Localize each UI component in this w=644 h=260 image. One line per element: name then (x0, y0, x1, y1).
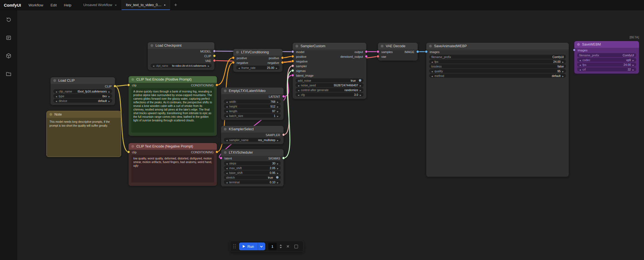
menu-help[interactable]: Help (60, 0, 75, 10)
tab-unsaved-workflow[interactable]: Unsaved Workflow × (79, 0, 122, 10)
collapse-dot-icon[interactable] (49, 113, 52, 116)
number-right-arrow-icon[interactable] (277, 181, 279, 184)
number-right-arrow-icon[interactable] (562, 69, 564, 73)
queue-icon[interactable] (5, 34, 12, 41)
node-titlebar[interactable]: Note (47, 111, 121, 118)
negative-prompt-textarea[interactable]: low quality, worst quality, deformed, di… (131, 155, 214, 182)
number-left-arrow-icon[interactable] (226, 171, 227, 174)
collapse-dot-icon[interactable] (53, 79, 56, 82)
tab-ltxv-text-to-video[interactable]: ltxv_text_to_video_0.... ● (122, 0, 170, 10)
node-empty-ltxv-latent-video[interactable]: EmptyLTXVLatentVideo LATENT width 768 he… (221, 88, 284, 120)
widget-add-noise-toggle[interactable]: add_noise true (295, 78, 364, 82)
port-images-input[interactable] (573, 49, 576, 51)
stop-icon[interactable] (294, 245, 298, 248)
widget-method[interactable]: method default (429, 74, 566, 78)
collapse-dot-icon[interactable] (295, 45, 298, 48)
widget-cfg[interactable]: cfg 3.0 (295, 92, 364, 97)
combo-right-arrow-icon[interactable] (277, 138, 279, 142)
node-titlebar[interactable]: SamplerCustom (293, 43, 366, 49)
widget-filename-prefix[interactable]: filename_prefix ComfyUI (429, 55, 566, 59)
collapse-dot-icon[interactable] (131, 145, 134, 148)
widget-base-shift[interactable]: base_shift 0.95 (224, 171, 281, 175)
widget-height[interactable]: height 512 (224, 104, 281, 108)
node-titlebar[interactable]: LTXVConditioning (233, 49, 282, 56)
note-text[interactable]: This model needs long descriptive prompt… (47, 118, 121, 130)
node-save-webm[interactable]: SaveWEBM images filename_prefix ComfyUI … (574, 41, 639, 74)
widget-width[interactable]: width 768 (224, 99, 281, 104)
number-left-arrow-icon[interactable] (226, 181, 227, 184)
combo-left-arrow-icon[interactable] (298, 88, 299, 92)
node-titlebar[interactable]: VAE Decode (378, 43, 418, 49)
widget-codec[interactable]: codec vp9 (577, 58, 636, 62)
node-titlebar[interactable]: CLIP Text Encode (Negative Prompt) (129, 143, 217, 150)
combo-right-arrow-icon[interactable] (109, 90, 110, 93)
collapse-dot-icon[interactable] (151, 44, 153, 47)
number-right-arrow-icon[interactable] (277, 100, 279, 103)
widget-batch-size[interactable]: batch_size 1 (224, 114, 281, 118)
node-note[interactable]: Note This model needs long descriptive p… (46, 111, 121, 157)
port-model-output[interactable] (213, 50, 216, 52)
collapse-dot-icon[interactable] (224, 89, 227, 92)
number-right-arrow-icon[interactable] (562, 60, 564, 63)
collapse-dot-icon[interactable] (577, 43, 580, 46)
port-positive-input[interactable] (232, 56, 235, 59)
collapse-dot-icon[interactable] (429, 45, 432, 48)
port-clip-input[interactable] (127, 84, 130, 86)
combo-left-arrow-icon[interactable] (431, 74, 433, 78)
number-right-arrow-icon[interactable] (360, 84, 361, 87)
node-clip-text-encode-positive[interactable]: CLIP Text Encode (Positive Prompt) clip … (129, 76, 217, 136)
port-positive-output[interactable] (281, 56, 284, 59)
widget-max-shift[interactable]: max_shift 2.05 (224, 166, 281, 170)
workflows-folder-icon[interactable] (5, 71, 12, 77)
widget-ckpt-name[interactable]: ckpt_name ltx-video-2b-v0.9.5.safetensor… (151, 64, 212, 68)
combo-right-arrow-icon[interactable] (562, 74, 564, 78)
widget-sampler-name[interactable]: sampler_name res_multistep (224, 138, 281, 142)
port-sampler-output[interactable] (282, 133, 285, 136)
widget-crf[interactable]: crf 32 (577, 67, 636, 71)
new-tab-button[interactable]: + (170, 0, 181, 10)
node-load-clip[interactable]: Load CLIP CLIP clip_name t5xxl_fp16.safe… (51, 77, 115, 105)
port-clip-output[interactable] (114, 85, 116, 88)
port-sampler-input[interactable] (291, 64, 294, 67)
node-titlebar[interactable]: SaveAnimatedWEBP (426, 43, 569, 49)
port-clip-output[interactable] (213, 54, 216, 57)
number-left-arrow-icon[interactable] (226, 162, 227, 165)
number-left-arrow-icon[interactable] (431, 69, 433, 73)
node-load-checkpoint[interactable]: Load Checkpoint MODEL CLIP VAE ckpt_name… (148, 42, 214, 70)
port-model-input[interactable] (291, 50, 294, 53)
number-right-arrow-icon[interactable] (277, 109, 279, 113)
collapse-dot-icon[interactable] (131, 78, 134, 81)
number-left-arrow-icon[interactable] (226, 166, 227, 170)
port-denoised-output[interactable] (365, 55, 368, 58)
collapse-dot-icon[interactable] (236, 51, 239, 54)
clear-queue-icon[interactable] (286, 244, 290, 249)
number-left-arrow-icon[interactable] (579, 68, 581, 71)
node-titlebar[interactable]: KSamplerSelect (221, 126, 284, 132)
widget-length[interactable]: length 97 (224, 109, 281, 113)
model-library-icon[interactable] (5, 52, 12, 59)
widget-type[interactable]: type ltxv (53, 94, 112, 98)
menu-edit[interactable]: Edit (47, 0, 60, 10)
port-negative-input[interactable] (291, 60, 294, 62)
port-conditioning-output[interactable] (215, 84, 218, 86)
port-images-input[interactable] (425, 50, 428, 53)
node-titlebar[interactable]: LTXVScheduler (221, 149, 284, 156)
menu-workflow[interactable]: Workflow (25, 0, 47, 10)
run-button[interactable]: Run (239, 242, 258, 250)
widget-filename-prefix[interactable]: filename_prefix ComfyUI (577, 53, 636, 57)
combo-left-arrow-icon[interactable] (579, 58, 581, 62)
number-left-arrow-icon[interactable] (298, 93, 299, 96)
number-right-arrow-icon[interactable] (633, 68, 634, 71)
increment-icon[interactable] (280, 244, 282, 246)
widget-fps[interactable]: fps 24.00 (429, 59, 566, 64)
port-negative-input[interactable] (232, 61, 235, 64)
toggle-pip-icon[interactable] (276, 176, 279, 179)
number-left-arrow-icon[interactable] (579, 63, 581, 66)
run-options-dropdown[interactable] (258, 242, 265, 250)
batch-count-input[interactable]: 1 (268, 243, 277, 250)
port-clip-input[interactable] (127, 151, 130, 153)
node-save-animated-webp[interactable]: SaveAnimatedWEBP images filename_prefix … (426, 43, 569, 177)
number-right-arrow-icon[interactable] (633, 63, 634, 66)
number-left-arrow-icon[interactable] (226, 114, 227, 118)
port-samples-input[interactable] (377, 50, 379, 53)
